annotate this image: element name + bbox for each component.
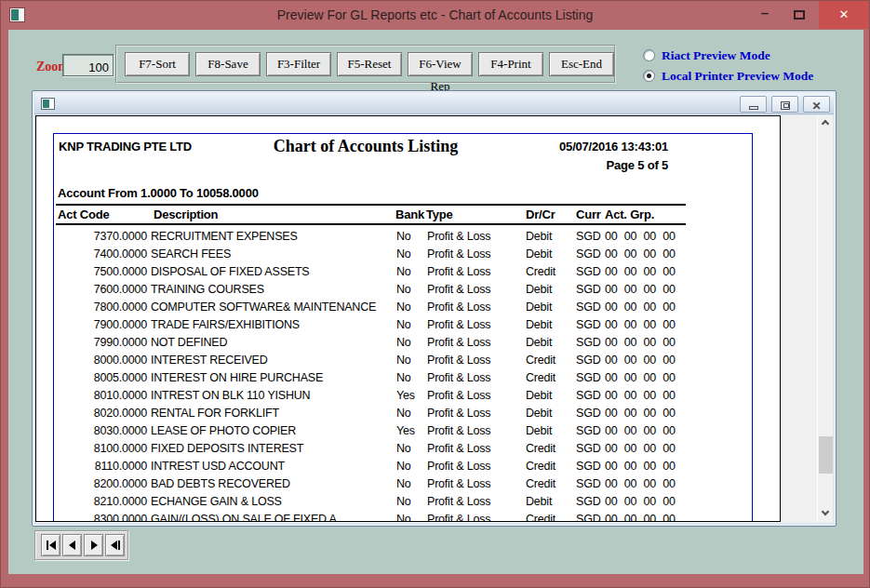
cell-curr: SGD [576, 283, 601, 296]
cell-bank: No [396, 230, 411, 243]
cell-desc: COMPUTER SOFTWARE& MAINTENANCE [151, 301, 376, 314]
cell-code: 8000.0000 [73, 354, 147, 367]
cell-grp: 00 00 00 00 [605, 318, 676, 331]
cell-code: 8210.0000 [73, 495, 147, 508]
preview-window: ✕ KNP TRADING PTE LTD Chart of Accounts … [32, 90, 837, 527]
cell-curr: SGD [576, 301, 601, 314]
scroll-up-button[interactable] [818, 115, 833, 131]
cell-drcr: Debit [526, 389, 552, 402]
radio-unselected-icon[interactable] [643, 49, 655, 61]
toolbar-button-f6-view-rep[interactable]: F6-View Rep [408, 52, 473, 76]
cell-desc: INTREST USD ACCOUNT [151, 460, 285, 473]
cell-grp: 00 00 00 00 [605, 477, 676, 490]
maximize-button[interactable] [785, 1, 813, 29]
cell-desc: BAD DEBTS RECOVERED [151, 477, 290, 490]
header-rule-top [56, 204, 686, 206]
cell-bank: No [396, 336, 411, 349]
minimize-icon [749, 106, 758, 110]
cell-bank: No [396, 495, 411, 508]
table-row: 7400.0000SEARCH FEESNoProfit & LossDebit… [54, 246, 754, 263]
toolbar-button-esc-end[interactable]: Esc-End [549, 52, 614, 76]
cell-bank: No [396, 513, 411, 522]
vertical-scrollbar[interactable] [817, 115, 833, 522]
cell-type: Profit & Loss [427, 513, 490, 522]
table-row: 8200.0000BAD DEBTS RECOVEREDNoProfit & L… [54, 475, 754, 493]
minimize-button[interactable]: – [751, 1, 779, 29]
cell-bank: No [396, 442, 411, 455]
column-header-type: Type [426, 207, 453, 221]
cell-grp: 00 00 00 00 [605, 301, 676, 314]
cell-code: 7990.0000 [73, 336, 147, 349]
preview-restore-button[interactable] [771, 96, 798, 113]
cell-type: Profit & Loss [427, 407, 490, 420]
close-button[interactable]: ✕ [819, 1, 869, 29]
table-row: 7500.0000DISPOSAL OF FIXED ASSETSNoProfi… [54, 263, 754, 281]
column-header-drcr: Dr/Cr [526, 207, 555, 221]
scrollbar-thumb[interactable] [819, 436, 833, 474]
cell-type: Profit & Loss [427, 230, 490, 243]
cell-bank: No [396, 283, 411, 296]
column-header-bank: Bank [395, 207, 424, 221]
preview-close-button[interactable]: ✕ [803, 96, 830, 113]
cell-type: Profit & Loss [427, 247, 490, 261]
table-row: 8300.0000GAIN/(LOSS) ON SALE OF FIXED AN… [54, 511, 754, 522]
toolbar-button-f4-print[interactable]: F4-Print [478, 52, 543, 76]
preview-client: KNP TRADING PTE LTD Chart of Accounts Li… [35, 115, 833, 523]
table-row: 8010.0000INTREST ON BLK 110 YISHUNYesPro… [54, 387, 754, 405]
toolbar-button-f8-save[interactable]: F8-Save [195, 52, 261, 76]
preview-mode-label: Local Printer Preview Mode [662, 69, 813, 83]
maximize-icon [794, 10, 805, 20]
cell-type: Profit & Loss [427, 371, 490, 384]
report-datetime: 05/07/2016 13:43:01 [482, 140, 668, 154]
report-account-range: Account From 1.0000 To 10058.0000 [58, 186, 259, 200]
cell-desc: NOT DEFINED [151, 336, 227, 349]
last-record-button[interactable] [105, 534, 125, 556]
toolbar-button-f5-reset[interactable]: F5-Reset [337, 52, 402, 76]
cell-grp: 00 00 00 00 [605, 407, 676, 420]
preview-mode-option[interactable]: Local Printer Preview Mode [643, 67, 813, 87]
table-row: 8005.0000INTEREST ON HIRE PURCHASENoProf… [54, 369, 754, 387]
cell-drcr: Debit [526, 424, 552, 437]
table-row: 8100.0000FIXED DEPOSITS INTERESTNoProfit… [54, 440, 754, 458]
cell-bank: No [396, 407, 411, 420]
cell-desc: ECHANGE GAIN & LOSS [151, 495, 282, 508]
cell-curr: SGD [576, 407, 601, 420]
cell-code: 7600.0000 [73, 283, 147, 296]
column-header-act-grp: Act. Grp. [605, 207, 654, 221]
toolbar-button-f7-sort[interactable]: F7-Sort [125, 52, 190, 76]
table-row: 8020.0000RENTAL FOR FORKLIFTNoProfit & L… [54, 405, 754, 422]
zoom-input[interactable] [62, 54, 114, 76]
cell-desc: INTREST ON BLK 110 YISHUN [151, 389, 310, 402]
preview-mode-option[interactable]: Riact Preview Mode [643, 47, 813, 67]
close-icon: ✕ [811, 100, 821, 113]
preview-mode-group: Riact Preview ModeLocal Printer Preview … [643, 47, 813, 87]
cell-type: Profit & Loss [427, 477, 490, 490]
cell-type: Profit & Loss [427, 283, 490, 296]
cell-code: 7500.0000 [73, 265, 147, 278]
report-panel: KNP TRADING PTE LTD Chart of Accounts Li… [35, 115, 781, 522]
cell-code: 7400.0000 [73, 247, 147, 261]
toolbar-button-f3-filter[interactable]: F3-Filter [266, 52, 331, 76]
preview-minimize-button[interactable] [740, 96, 767, 113]
record-nav-panel [34, 530, 128, 560]
cell-drcr: Debit [526, 336, 552, 349]
cell-drcr: Debit [526, 301, 552, 314]
first-record-button[interactable] [41, 534, 60, 556]
preview-titlebar: ✕ [34, 93, 834, 114]
scroll-down-button[interactable] [818, 506, 833, 522]
cell-type: Profit & Loss [427, 301, 490, 314]
cell-desc: RENTAL FOR FORKLIFT [151, 407, 279, 420]
window-title: Preview For GL Reports etc - Chart of Ac… [1, 1, 869, 30]
cell-grp: 00 00 00 00 [605, 247, 676, 261]
cell-curr: SGD [576, 230, 601, 243]
cell-drcr: Credit [526, 477, 555, 490]
table-row: 8110.0000INTREST USD ACCOUNTNoProfit & L… [54, 458, 754, 475]
column-header-description: Description [154, 207, 218, 221]
cell-drcr: Credit [526, 442, 555, 455]
cell-grp: 00 00 00 00 [605, 389, 676, 402]
next-record-icon [88, 540, 100, 551]
previous-record-button[interactable] [62, 534, 82, 556]
cell-drcr: Credit [526, 371, 555, 384]
next-record-button[interactable] [84, 534, 103, 556]
radio-selected-icon[interactable] [643, 70, 655, 82]
